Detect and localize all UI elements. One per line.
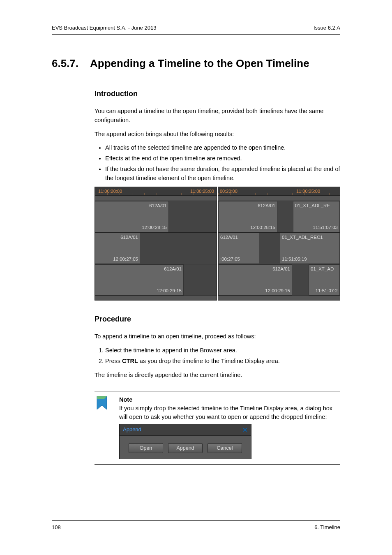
step2-text-a: Press	[105, 358, 122, 364]
clip-timecode: 12:00:28:15	[142, 224, 167, 231]
clip-name: 01_XT_AD	[311, 266, 334, 273]
clip-timecode: 12:00:27:05	[113, 256, 138, 263]
track-row-left-3: 612A/01 12:00:29:15	[95, 264, 217, 296]
open-button[interactable]: Open	[129, 443, 163, 453]
clip-name: 01_XT_ADL_RE	[295, 202, 330, 209]
section-number: 6.5.7.	[52, 57, 78, 70]
intro-bullet-2: Effects at the end of the open timeline …	[105, 154, 340, 163]
clip-name: 612A/01	[220, 234, 238, 241]
intro-bullet-3: If the tracks do not have the same durat…	[105, 165, 340, 183]
intro-bullet-1: All tracks of the selected timeline are …	[105, 143, 340, 153]
note-body: Note If you simply drop the selected tim…	[119, 395, 340, 459]
track-row-left-2: 612A/01 12:00:27:05	[95, 233, 217, 264]
append-dialog: Append ✕ Open Append Cancel	[119, 424, 251, 459]
note-label: Note	[119, 396, 132, 403]
procedure-step-2: Press CTRL as you drop the timeline to t…	[105, 357, 340, 366]
dialog-titlebar: Append ✕	[120, 424, 251, 436]
track-spacer	[95, 296, 217, 300]
header-right: Issue 6.2.A	[314, 25, 340, 31]
clip-name: 612A/01	[120, 234, 138, 241]
clip-timecode: 11:51:07:03	[313, 224, 338, 231]
section-title: Appending a Timeline to the Open Timelin…	[90, 57, 309, 70]
ruler-marks-icon	[95, 193, 217, 195]
clip-name: 612A/01	[149, 202, 167, 209]
page-number: 108	[52, 524, 61, 530]
procedure-steps: Select the timeline to append in the Bro…	[95, 346, 340, 366]
page: EVS Broadcast Equipment S.A. - June 2013…	[0, 0, 392, 555]
track-row-right-2: 612A/01 :00:27:05 01_XT_ADL_REC1 11:51:0…	[218, 233, 340, 264]
clip: 612A/01 12:00:29:15	[95, 264, 184, 296]
page-footer: 108 6. Timeline	[52, 520, 340, 530]
content: Introduction You can append a timeline t…	[95, 88, 340, 465]
clip: 01_XT_ADL_RE 11:51:07:03	[293, 201, 340, 232]
note-text: If you simply drop the selected timeline…	[119, 405, 332, 420]
introduction-heading: Introduction	[95, 88, 340, 99]
procedure-after: The timeline is directly appended to the…	[95, 371, 340, 380]
clip-name: 01_XT_ADL_REC1	[282, 234, 323, 241]
append-button[interactable]: Append	[168, 443, 203, 453]
chapter-label: 6. Timeline	[314, 524, 340, 530]
step2-text-b: as you drop the timeline to the Timeline…	[138, 358, 280, 364]
close-icon[interactable]: ✕	[242, 427, 248, 433]
bookmark-icon	[95, 395, 113, 412]
track-spacer	[218, 196, 340, 201]
clip: 612A/01 12:00:29:15	[218, 264, 292, 296]
track-spacer	[95, 196, 217, 201]
ruler-marks-icon	[218, 193, 340, 195]
intro-paragraph-1: You can append a timeline to the open ti…	[95, 107, 340, 125]
cancel-button[interactable]: Cancel	[208, 443, 242, 453]
clip: 01_XT_ADL_REC1 11:51:05:19	[280, 233, 340, 264]
timeline-right-panel: 00:20:00 11:00:25:00 612A/01 12:00:28:15…	[218, 187, 340, 301]
procedure-heading: Procedure	[95, 314, 340, 325]
ruler-left: 11:00:20:00 11:00:25:00	[95, 187, 217, 196]
track-row-right-3: 612A/01 12:00:29:15 01_XT_AD 11:51:07:2	[218, 264, 340, 296]
procedure-lead: To append a timeline to an open timeline…	[95, 332, 340, 341]
track-row-left-1: 612A/01 12:00:28:15	[95, 201, 217, 233]
clip: 612A/01 12:00:28:15	[218, 201, 277, 232]
clip: 01_XT_AD 11:51:07:2	[309, 264, 340, 296]
section-heading: 6.5.7. Appending a Timeline to the Open …	[52, 57, 340, 70]
clip-timecode: 11:51:07:2	[316, 287, 338, 294]
clip-timecode: 12:00:28:15	[250, 224, 275, 231]
intro-paragraph-2: The append action brings about the follo…	[95, 130, 340, 139]
note-box: Note If you simply drop the selected tim…	[95, 391, 340, 465]
timeline-left-panel: 11:00:20:00 11:00:25:00 612A/01 12:00:28…	[95, 187, 217, 301]
intro-bullets: All tracks of the selected timeline are …	[95, 143, 340, 183]
clip: 612A/01 :00:27:05	[218, 233, 259, 264]
clip-timecode: 12:00:29:15	[265, 287, 290, 294]
clip-timecode: 11:51:05:19	[282, 256, 307, 263]
header-left: EVS Broadcast Equipment S.A. - June 2013	[52, 25, 156, 31]
page-header: EVS Broadcast Equipment S.A. - June 2013…	[52, 25, 340, 35]
procedure-step-1: Select the timeline to append in the Bro…	[105, 346, 340, 355]
timeline-figure: 11:00:20:00 11:00:25:00 612A/01 12:00:28…	[95, 187, 340, 301]
clip: 612A/01 12:00:27:05	[95, 233, 140, 264]
dialog-title: Append	[123, 426, 141, 434]
clip-timecode: 12:00:29:15	[157, 287, 182, 294]
ruler-right: 00:20:00 11:00:25:00	[218, 187, 340, 196]
clip-name: 612A/01	[272, 266, 290, 273]
clip-name: 612A/01	[258, 202, 275, 209]
clip-timecode: :00:27:05	[220, 256, 240, 263]
clip-name: 612A/01	[164, 266, 182, 273]
track-row-right-1: 612A/01 12:00:28:15 01_XT_ADL_RE 11:51:0…	[218, 201, 340, 233]
clip: 612A/01 12:00:28:15	[95, 201, 169, 232]
track-spacer	[218, 296, 340, 300]
dialog-body: Open Append Cancel	[120, 436, 251, 459]
ctrl-key: CTRL	[122, 358, 138, 364]
